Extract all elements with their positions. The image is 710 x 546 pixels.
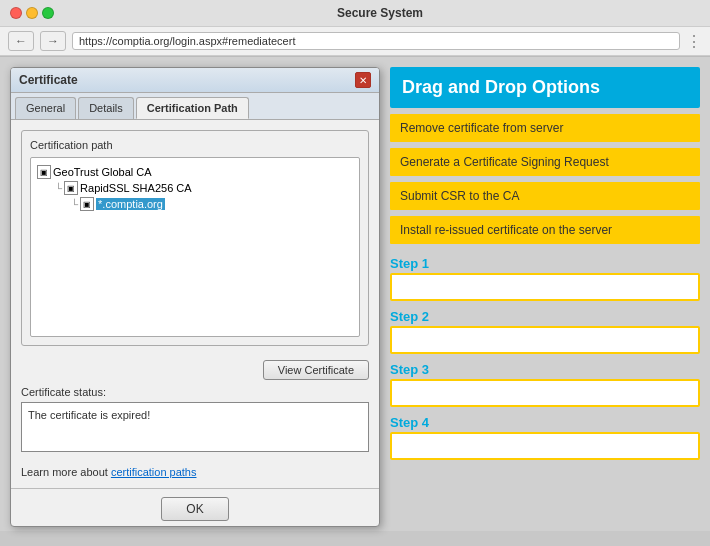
minimize-traffic-light[interactable] <box>26 7 38 19</box>
dnd-option-0[interactable]: Remove certificate from server <box>390 114 700 142</box>
browser-chrome: Secure System ← → ⋮ <box>0 0 710 57</box>
cert-status-section: Certificate status: The certificate is e… <box>21 386 369 452</box>
forward-button[interactable]: → <box>40 31 66 51</box>
view-certificate-button[interactable]: View Certificate <box>263 360 369 380</box>
tree-item-rapidssl-text: RapidSSL SHA256 CA <box>80 182 192 194</box>
dialog-title-bar: Certificate ✕ <box>11 68 379 93</box>
maximize-traffic-light[interactable] <box>42 7 54 19</box>
dialog-body: Certification path ▣ GeoTrust Global CA … <box>11 120 379 488</box>
tree-connector-2: └ <box>71 199 78 210</box>
step-row-4: Step 4 <box>390 411 700 460</box>
step-row-1: Step 1 <box>390 252 700 301</box>
tree-item-rapidssl[interactable]: └ ▣ RapidSSL SHA256 CA <box>53 180 353 196</box>
cert-path-section: Certification path ▣ GeoTrust Global CA … <box>21 130 369 346</box>
drag-drop-panel: Drag and Drop Options Remove certificate… <box>390 67 700 521</box>
learn-more-prefix: Learn more about <box>21 466 111 478</box>
step-row-3: Step 3 <box>390 358 700 407</box>
dnd-option-2[interactable]: Submit CSR to the CA <box>390 182 700 210</box>
tree-item-comptia-text: *.comptia.org <box>96 198 165 210</box>
cert-path-label: Certification path <box>30 139 360 151</box>
cert-icon-rapidssl: ▣ <box>64 181 78 195</box>
cert-tree-box: ▣ GeoTrust Global CA └ ▣ RapidSSL SHA256… <box>30 157 360 337</box>
step-4-label: Step 4 <box>390 415 700 430</box>
step-row-2: Step 2 <box>390 305 700 354</box>
step-2-label: Step 2 <box>390 309 700 324</box>
browser-title: Secure System <box>60 6 700 20</box>
cert-icon-geotrust: ▣ <box>37 165 51 179</box>
step-3-drop-zone[interactable] <box>390 379 700 407</box>
ok-button[interactable]: OK <box>161 497 228 521</box>
dnd-option-1[interactable]: Generate a Certificate Signing Request <box>390 148 700 176</box>
cert-status-label: Certificate status: <box>21 386 369 398</box>
tree-item-geotrust-text: GeoTrust Global CA <box>53 166 152 178</box>
tab-certification-path[interactable]: Certification Path <box>136 97 249 119</box>
step-2-drop-zone[interactable] <box>390 326 700 354</box>
drag-drop-title: Drag and Drop Options <box>390 67 700 108</box>
dialog-close-button[interactable]: ✕ <box>355 72 371 88</box>
tree-item-geotrust[interactable]: ▣ GeoTrust Global CA <box>37 164 353 180</box>
step-3-label: Step 3 <box>390 362 700 377</box>
dialog-title: Certificate <box>19 73 78 87</box>
more-options-icon[interactable]: ⋮ <box>686 32 702 51</box>
cert-status-text: The certificate is expired! <box>28 409 150 421</box>
browser-content: Certificate ✕ General Details Certificat… <box>0 57 710 531</box>
title-bar: Secure System <box>0 0 710 27</box>
certificate-dialog: Certificate ✕ General Details Certificat… <box>10 67 380 527</box>
cert-status-box: The certificate is expired! <box>21 402 369 452</box>
dialog-tabs: General Details Certification Path <box>11 93 379 120</box>
tab-general[interactable]: General <box>15 97 76 119</box>
step-1-drop-zone[interactable] <box>390 273 700 301</box>
back-button[interactable]: ← <box>8 31 34 51</box>
steps-area: Step 1 Step 2 Step 3 Step 4 <box>390 252 700 460</box>
tab-details[interactable]: Details <box>78 97 134 119</box>
certification-paths-link[interactable]: certification paths <box>111 466 197 478</box>
step-4-drop-zone[interactable] <box>390 432 700 460</box>
step-1-label: Step 1 <box>390 256 700 271</box>
close-traffic-light[interactable] <box>10 7 22 19</box>
dnd-option-3[interactable]: Install re-issued certificate on the ser… <box>390 216 700 244</box>
tree-item-comptia[interactable]: └ ▣ *.comptia.org <box>69 196 353 212</box>
cert-icon-comptia: ▣ <box>80 197 94 211</box>
view-cert-row: View Certificate <box>21 360 369 380</box>
traffic-lights <box>10 7 54 19</box>
address-bar[interactable] <box>72 32 680 50</box>
cert-learn-more: Learn more about certification paths <box>21 466 369 478</box>
tree-connector-1: └ <box>55 183 62 194</box>
nav-bar: ← → ⋮ <box>0 27 710 56</box>
dialog-footer: OK <box>11 488 379 529</box>
